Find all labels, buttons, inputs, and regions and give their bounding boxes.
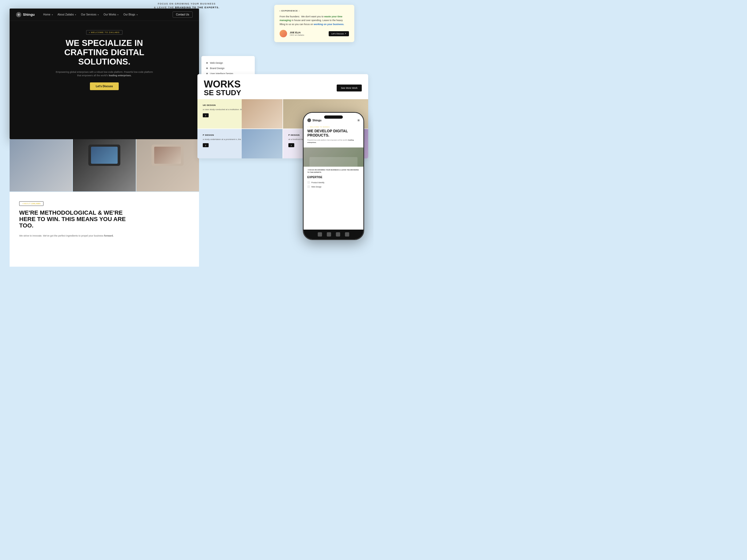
work-card-4-btn[interactable]: y <box>288 143 294 147</box>
site-nav: Shingu Home ▾ About Zailabs ▾ Our Servic… <box>9 8 199 21</box>
hero-title-line1: WE SPECIALIZE IN <box>26 38 183 48</box>
mobile-subtitle-prefix: Powerful low-code platform that empowers… <box>307 139 347 141</box>
mobile-bottom-icon-3 <box>336 232 340 237</box>
mobile-focus-section: • FOCUS ON GROWING YOUR BUSINESS & LEAVE… <box>304 167 363 175</box>
mobile-logo-icon <box>307 118 311 122</box>
hero-subtitle-bold: leading enterprises. <box>109 74 131 77</box>
about-text-prefix: We strive to innovate. We've got the per… <box>19 234 104 237</box>
author-avatar <box>280 30 287 37</box>
service-dot <box>206 68 208 69</box>
mobile-hero-image <box>304 148 363 167</box>
top-headline: FOCUS ON GROWING YOUR BUSINESS & LEAVE T… <box>154 2 220 9</box>
logo-text: Shingu <box>23 12 35 17</box>
hero-cta-button[interactable]: Let's Discuss <box>90 82 119 90</box>
experience-card: • EXPERIENCE : From the founders: We don… <box>274 5 354 42</box>
works-header: WORKS SE STUDY See More Work <box>198 74 368 99</box>
mobile-bottom-icon-2 <box>327 232 331 237</box>
about-text-bold: forward. <box>104 234 114 237</box>
experience-author: JOE ELIA CEO at Zailabs Let's Discuss ↗ <box>280 30 349 37</box>
hero-badge-prefix: • WELCOME TO <box>89 31 109 34</box>
mobile-hero-title: WE DEVELOP DIGITAL PRODUCTS. <box>307 129 360 137</box>
service-item-webdesign: Web Design <box>206 60 250 65</box>
about-section: • ABOUT ZAILABS WE'RE METHODOLOGICAL & W… <box>9 192 199 267</box>
works-title: WORKS SE STUDY <box>204 79 241 97</box>
site-logo: Shingu <box>16 12 35 17</box>
mobile-expertise-item-1: Product Identify <box>307 180 360 185</box>
svg-point-0 <box>18 14 20 16</box>
work-card-1-btn[interactable]: y <box>203 113 209 117</box>
experience-badge: • EXPERIENCE : <box>280 9 349 12</box>
author-name: JOE ELIA <box>290 31 326 34</box>
work-card-3-btn[interactable]: y <box>203 143 209 147</box>
photo-strip <box>9 139 199 191</box>
photo-strip-item-2 <box>73 139 136 191</box>
work-card-1: UE DESIGN a case study conducted at a in… <box>198 99 283 129</box>
mobile-logo: Shingu <box>307 118 321 122</box>
mobile-bottom-icon-4 <box>345 232 349 237</box>
mobile-expertise-section: EXPERTISE Product Identify Web Design <box>304 175 363 191</box>
logo-svg <box>17 14 20 16</box>
logo-icon <box>16 12 21 17</box>
mobile-badge-text: • WELCOME TO SHINGU <box>309 126 330 128</box>
highlight-business: working on your business. <box>314 23 344 26</box>
works-title-line2: SE STUDY <box>204 89 241 97</box>
nav-link-works[interactable]: Our Works ▾ <box>104 13 119 16</box>
mobile-expertise-item-2: Web Design <box>307 185 360 189</box>
mobile-expertise-label-2: Web Design <box>311 186 321 188</box>
nav-link-about[interactable]: About Zailabs ▾ <box>58 13 76 16</box>
hero-badge: • WELCOME TO ZAILABS <box>86 30 123 35</box>
nav-link-home[interactable]: Home ▾ <box>43 13 53 16</box>
mobile-notch <box>324 115 343 119</box>
experience-discuss-button[interactable]: Let's Discuss ↗ <box>329 31 349 36</box>
mobile-expertise-icon-2 <box>307 185 310 188</box>
mobile-bottom-bar <box>304 230 363 239</box>
hero-subtitle: Empowering global enterprises with a rob… <box>54 71 155 78</box>
author-title: CEO at Zailabs <box>290 34 326 36</box>
author-info: JOE ELIA CEO at Zailabs <box>290 31 326 36</box>
about-text: We strive to innovate. We've got the per… <box>19 234 189 238</box>
headline-line1: FOCUS ON GROWING YOUR BUSINESS <box>154 2 220 6</box>
service-label-branddesign: Brand Design <box>210 67 225 70</box>
work-card-3-image <box>242 129 283 158</box>
mobile-menu-icon[interactable]: ≡ <box>358 118 360 123</box>
hero-title: WE SPECIALIZE IN CRAFTING DIGITAL SOLUTI… <box>26 38 183 67</box>
mobile-bottom-icon-1 <box>318 232 322 237</box>
nav-link-blogs[interactable]: Our Blogs ▾ <box>123 13 137 16</box>
mobile-focus-text: • FOCUS ON GROWING YOUR BUSINESS & LEAVE… <box>307 169 360 174</box>
main-site-preview: Shingu Home ▾ About Zailabs ▾ Our Servic… <box>9 8 199 139</box>
nav-contact-button[interactable]: Contact Us <box>173 11 192 18</box>
nav-link-services[interactable]: Our Services ▾ <box>81 13 99 16</box>
hero-subtitle-text: Empowering global enterprises with a rob… <box>56 71 153 77</box>
work-card-3: P DESIGN a study undertaken at a promine… <box>198 129 283 158</box>
mobile-screen: Shingu ≡ • • WELCOME TO SHINGU WE DEVELO… <box>304 113 363 239</box>
mobile-logo-text: Shingu <box>312 119 321 122</box>
about-badge-prefix: • ABOUT <box>22 203 31 205</box>
about-title: WE'RE METHODOLOGICAL & WE'RE HERE TO WIN… <box>19 210 131 229</box>
mobile-mockup: Shingu ≡ • • WELCOME TO SHINGU WE DEVELO… <box>303 112 364 240</box>
mobile-hero-badge: • • WELCOME TO SHINGU <box>307 126 360 128</box>
mobile-expertise-icon-1 <box>307 181 310 184</box>
mobile-hero: • • WELCOME TO SHINGU WE DEVELOP DIGITAL… <box>304 124 363 148</box>
service-label-webdesign: Web Design <box>210 61 223 64</box>
see-more-work-button[interactable]: See More Work <box>337 84 362 91</box>
mobile-hero-subtitle: Powerful low-code platform that empowers… <box>307 139 360 144</box>
service-dot <box>206 62 208 64</box>
mobile-expertise-label-1: Product Identify <box>311 182 325 184</box>
service-item-branddesign: Brand Design <box>206 65 250 71</box>
headline-line2: & LEAVE THE BRANDING TO THE EXPERTS. <box>154 6 220 9</box>
photo-strip-item-1 <box>9 139 73 191</box>
nav-links: Home ▾ About Zailabs ▾ Our Services ▾ Ou… <box>43 13 172 16</box>
hero-title-line2: CRAFTING DIGITAL <box>26 48 183 57</box>
hero-badge-highlight: ZAILABS <box>109 31 120 34</box>
work-card-3-photo <box>242 129 283 158</box>
highlight-manage: waste your time managing <box>280 15 342 22</box>
work-card-1-image <box>242 99 283 129</box>
about-badge: • ABOUT ZAILABS <box>19 201 44 206</box>
work-card-1-photo <box>242 99 283 129</box>
photo-strip-item-3 <box>136 139 199 191</box>
hero-section: • WELCOME TO ZAILABS WE SPECIALIZE IN CR… <box>9 21 199 96</box>
hero-title-line3: SOLUTIONS. <box>26 57 183 66</box>
works-title-line1: WORKS <box>204 79 241 89</box>
about-badge-highlight: ZAILABS <box>31 203 41 205</box>
experience-text: From the founders: We don't want you to … <box>280 15 349 26</box>
